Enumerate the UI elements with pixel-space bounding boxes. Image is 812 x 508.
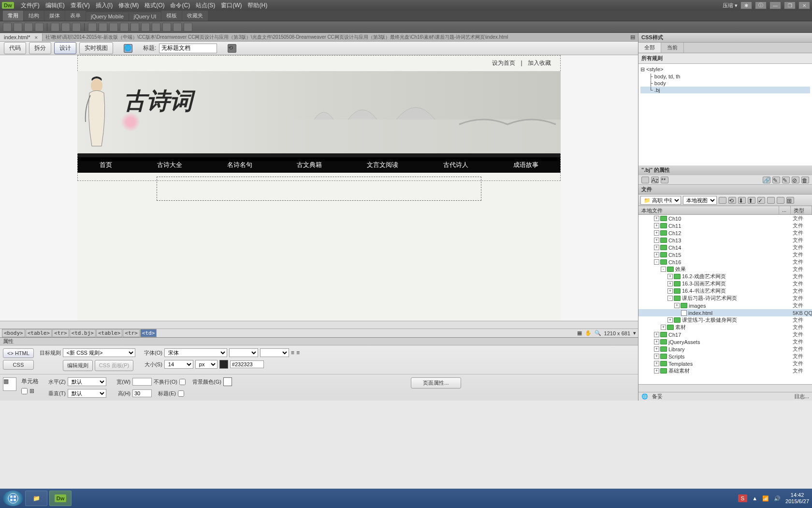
- tab-jqmobile[interactable]: jQuery Mobile: [86, 12, 129, 21]
- menu-view[interactable]: 查看(V): [68, 0, 93, 11]
- task-dreamweaver[interactable]: Dw: [49, 491, 72, 506]
- tree-row[interactable]: index.html5KB QQB.: [638, 309, 812, 316]
- tree-toggle[interactable]: +: [654, 361, 659, 366]
- edit-rule-button[interactable]: 编辑规则: [63, 360, 93, 371]
- expand-icon[interactable]: ⊞: [786, 197, 794, 204]
- tray-network-icon[interactable]: 📶: [762, 495, 769, 502]
- files-hscroll[interactable]: [638, 384, 812, 392]
- tree-toggle[interactable]: +: [654, 339, 659, 344]
- header-checkbox[interactable]: [178, 390, 184, 397]
- tree-row[interactable]: +Ch14文件: [638, 244, 812, 251]
- nav-classics[interactable]: 古文典籍: [287, 161, 332, 169]
- tree-row[interactable]: +基础素材文件: [638, 367, 812, 374]
- tree-row[interactable]: +jQueryAssets文件: [638, 338, 812, 345]
- minimize-button[interactable]: —: [769, 1, 781, 9]
- add-favorites-link[interactable]: 加入收藏: [528, 60, 551, 66]
- tree-toggle[interactable]: +: [667, 281, 673, 286]
- tag-tr[interactable]: <tr>: [52, 329, 69, 337]
- tree-row[interactable]: +Scripts文件: [638, 353, 812, 360]
- menu-file[interactable]: 文件(F): [18, 0, 43, 11]
- design-view-button[interactable]: 设计: [54, 42, 76, 54]
- insert-icon[interactable]: [35, 23, 44, 31]
- site-select[interactable]: 📁 高职 中端: [640, 196, 681, 205]
- edit-icon[interactable]: ✎: [782, 177, 790, 183]
- insert-icon[interactable]: [51, 23, 59, 31]
- target-rule-select[interactable]: <新 CSS 规则>: [63, 348, 135, 357]
- tree-row[interactable]: +Templates文件: [638, 360, 812, 367]
- css-panel-button[interactable]: CSS 面板(P): [95, 360, 133, 371]
- menu-modify[interactable]: 修改(M): [116, 0, 142, 11]
- link-icon[interactable]: 🔗: [763, 177, 770, 183]
- tree-row[interactable]: +images文件: [638, 302, 812, 309]
- zoom-tool-icon[interactable]: 🔍: [594, 330, 601, 336]
- insert-icon[interactable]: [152, 23, 160, 31]
- tab-favorites[interactable]: 收藏夹: [182, 11, 208, 21]
- vert-select[interactable]: 默认: [68, 389, 106, 398]
- empty-table-cell[interactable]: [157, 177, 481, 201]
- tree-toggle[interactable]: +: [667, 317, 673, 323]
- menu-format[interactable]: 格式(O): [142, 0, 167, 11]
- get-icon[interactable]: ⬇: [738, 197, 746, 204]
- tree-toggle[interactable]: +: [667, 288, 673, 294]
- tree-row[interactable]: +Ch11文件: [638, 222, 812, 229]
- size-select[interactable]: 14: [164, 360, 193, 369]
- tree-row[interactable]: -效果文件: [638, 266, 812, 273]
- help-icon[interactable]: ⓘ: [755, 1, 767, 9]
- new-rule-icon[interactable]: ✎: [772, 177, 780, 183]
- page-properties-button[interactable]: 页面属性...: [411, 377, 461, 388]
- tree-toggle[interactable]: -: [661, 267, 666, 272]
- globe-icon[interactable]: 🌐: [124, 44, 132, 53]
- tag-body[interactable]: <body>: [2, 329, 25, 337]
- font-select[interactable]: 宋体: [164, 348, 227, 357]
- insert-icon[interactable]: [109, 23, 118, 31]
- tray-flag-icon[interactable]: ▲: [752, 495, 757, 501]
- horiz-select[interactable]: 默认: [68, 377, 106, 386]
- insert-icon[interactable]: [141, 23, 150, 31]
- bgcolor-swatch[interactable]: [223, 377, 232, 386]
- tag-table2[interactable]: <table>: [96, 329, 122, 337]
- sync-icon[interactable]: ✱: [740, 1, 752, 9]
- tree-toggle[interactable]: +: [661, 325, 666, 330]
- checkout-icon[interactable]: ✓: [757, 197, 765, 204]
- tree-row[interactable]: +课堂练习-太极健身网页文件: [638, 316, 812, 324]
- category-icon[interactable]: [641, 177, 649, 183]
- code-view-button[interactable]: 代码: [4, 42, 26, 54]
- menu-insert[interactable]: 插入(I): [93, 0, 116, 11]
- font-style-select[interactable]: [229, 348, 258, 357]
- compress-dropdown[interactable]: 压缩 ▾: [723, 2, 738, 9]
- insert-icon[interactable]: [72, 23, 81, 31]
- tag-td[interactable]: <td>: [140, 329, 157, 337]
- tree-row[interactable]: +Ch10文件: [638, 215, 812, 222]
- css-mode-button[interactable]: CSS: [3, 360, 34, 370]
- tree-toggle[interactable]: +: [654, 238, 659, 243]
- close-button[interactable]: ✕: [798, 1, 810, 9]
- file-tree[interactable]: +Ch10文件+Ch11文件+Ch12文件+Ch13文件+Ch14文件+Ch15…: [638, 215, 812, 384]
- tab-common[interactable]: 常用: [3, 11, 23, 21]
- split-cell-icon[interactable]: ⊞: [29, 388, 34, 394]
- nav-poems[interactable]: 古诗大全: [147, 161, 192, 169]
- maximize-button[interactable]: ❐: [784, 1, 796, 9]
- tree-toggle[interactable]: +: [654, 252, 659, 257]
- tree-toggle[interactable]: +: [654, 216, 659, 221]
- refresh-icon[interactable]: ⟲: [728, 197, 736, 204]
- css-tab-current[interactable]: 当前: [661, 43, 684, 53]
- insert-icon[interactable]: [173, 23, 182, 31]
- insert-icon[interactable]: [162, 23, 171, 31]
- insert-icon[interactable]: [3, 23, 12, 31]
- insert-icon[interactable]: [120, 23, 129, 31]
- tab-media[interactable]: 媒体: [44, 11, 65, 21]
- col-type[interactable]: 类型: [791, 206, 812, 214]
- tree-toggle[interactable]: -: [654, 259, 659, 265]
- canvas-size[interactable]: 1210 x 681: [604, 330, 630, 336]
- nav-reading[interactable]: 文言文阅读: [357, 161, 408, 169]
- set-icon[interactable]: **: [661, 177, 668, 183]
- hand-tool-icon[interactable]: ✋: [585, 330, 592, 336]
- tree-toggle[interactable]: +: [667, 274, 673, 279]
- sync-icon[interactable]: [777, 197, 784, 204]
- taskbar-clock[interactable]: 14:42 2015/6/27: [785, 492, 809, 505]
- col-local-files[interactable]: 本地文件: [638, 206, 779, 214]
- menu-commands[interactable]: 命令(C): [167, 0, 193, 11]
- set-homepage-link[interactable]: 设为首页: [492, 60, 515, 66]
- nowrap-checkbox[interactable]: [179, 379, 186, 385]
- task-explorer[interactable]: 📁: [25, 491, 47, 506]
